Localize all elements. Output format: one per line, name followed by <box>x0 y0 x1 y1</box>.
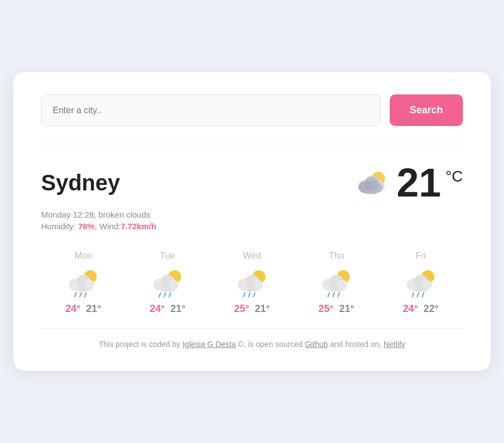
svg-line-29 <box>244 293 245 296</box>
current-weather-section: Sydney 21 °C <box>41 160 463 205</box>
svg-line-13 <box>75 293 77 296</box>
humidity-value: 78% <box>78 222 95 231</box>
svg-line-38 <box>333 293 335 296</box>
search-row: Search <box>41 94 463 126</box>
footer-text-middle: ©, is open sourced <box>236 340 305 349</box>
svg-point-7 <box>365 177 379 192</box>
current-weather-icon <box>353 166 392 199</box>
svg-point-12 <box>84 280 94 290</box>
forecast-low: 21° <box>86 303 101 315</box>
forecast-label: Mon <box>74 251 92 261</box>
weather-description: Monday 12:28, broken clouds <box>41 210 463 219</box>
search-button[interactable]: Search <box>390 94 463 126</box>
forecast-day-tue: Tue 24° 21° <box>125 251 210 315</box>
forecast-temps: 24° 21° <box>65 303 101 315</box>
forecast-icon <box>401 265 441 299</box>
svg-line-21 <box>159 293 161 296</box>
weather-card: Search Sydney 21 °C Mo <box>13 72 491 371</box>
svg-line-46 <box>417 293 419 296</box>
humidity-label: Humidity: <box>41 222 76 231</box>
svg-point-36 <box>337 280 347 290</box>
svg-line-15 <box>85 293 87 296</box>
footer-netlify-link[interactable]: Netlify <box>384 340 405 349</box>
footer-text-end: and hosted on, <box>328 340 384 349</box>
city-info: Sydney <box>41 170 120 195</box>
forecast-row: Mon 24° 21° Tue <box>41 251 463 315</box>
city-search-input[interactable] <box>41 94 381 126</box>
svg-line-47 <box>422 293 424 296</box>
forecast-day-thu: Thu 25° 21° <box>294 251 379 315</box>
forecast-label: Thu <box>329 251 344 261</box>
divider-top <box>41 144 463 144</box>
weather-details: Humidity: 78%, Wind:7.72km/h <box>41 222 463 231</box>
forecast-label: Wed <box>243 251 261 261</box>
forecast-low: 21° <box>170 303 185 315</box>
forecast-temps: 24° 21° <box>150 303 185 315</box>
forecast-temps: 25° 21° <box>319 303 354 315</box>
current-temperature: 21 <box>396 160 441 205</box>
forecast-high: 24° <box>65 303 80 315</box>
divider-bottom <box>41 328 463 329</box>
footer-author-link[interactable]: Iglesia G Desta <box>183 340 236 349</box>
svg-line-23 <box>169 293 171 296</box>
footer-github-link[interactable]: Github <box>305 340 327 349</box>
svg-line-30 <box>249 293 250 296</box>
svg-line-39 <box>338 293 340 296</box>
svg-line-14 <box>80 293 82 296</box>
temperature-block: 21 °C <box>353 160 463 205</box>
forecast-icon <box>316 265 356 299</box>
forecast-low: 21° <box>255 303 270 315</box>
forecast-high: 24° <box>403 303 418 315</box>
svg-line-31 <box>254 293 255 296</box>
city-name: Sydney <box>41 170 120 195</box>
svg-line-37 <box>328 293 330 296</box>
svg-line-45 <box>412 293 414 296</box>
svg-line-22 <box>164 293 166 296</box>
footer-text-before: This project is coded by <box>99 340 183 349</box>
forecast-label: Tue <box>160 251 175 261</box>
forecast-low: 22° <box>424 303 439 315</box>
forecast-icon <box>148 265 188 299</box>
forecast-day-wed: Wed 25° 21° <box>210 251 294 315</box>
temperature-unit: °C <box>446 168 463 185</box>
wind-value: 7.72km/h <box>120 222 156 231</box>
forecast-low: 21° <box>339 303 354 315</box>
forecast-temps: 24° 22° <box>403 303 439 315</box>
forecast-high: 25° <box>234 303 249 315</box>
forecast-day-fri: Fri 24° 22° <box>379 251 463 315</box>
forecast-high: 24° <box>150 303 165 315</box>
forecast-label: Fri <box>416 251 426 261</box>
wind-label: Wind: <box>99 222 120 231</box>
footer: This project is coded by Iglesia G Desta… <box>41 340 463 349</box>
forecast-temps: 25° 21° <box>234 303 270 315</box>
svg-point-20 <box>169 280 179 290</box>
forecast-high: 25° <box>319 303 334 315</box>
svg-point-28 <box>253 280 263 290</box>
forecast-day-mon: Mon 24° 21° <box>41 251 125 315</box>
forecast-icon <box>63 265 103 299</box>
svg-point-44 <box>422 280 432 290</box>
forecast-icon <box>232 265 272 299</box>
